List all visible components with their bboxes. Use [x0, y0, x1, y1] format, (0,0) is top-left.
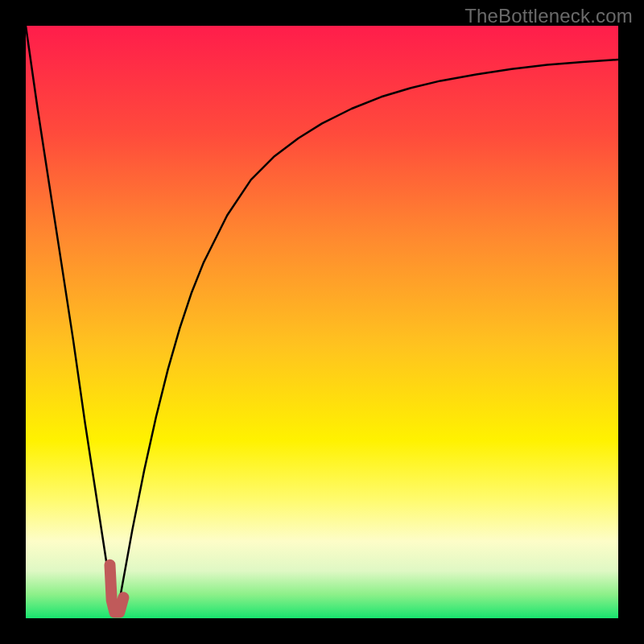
watermark-text: TheBottleneck.com	[464, 5, 633, 27]
plot-area	[26, 26, 618, 618]
bottleneck-curve-line	[26, 26, 618, 613]
chart-frame: TheBottleneck.com	[0, 0, 644, 644]
chart-svg	[26, 26, 618, 618]
